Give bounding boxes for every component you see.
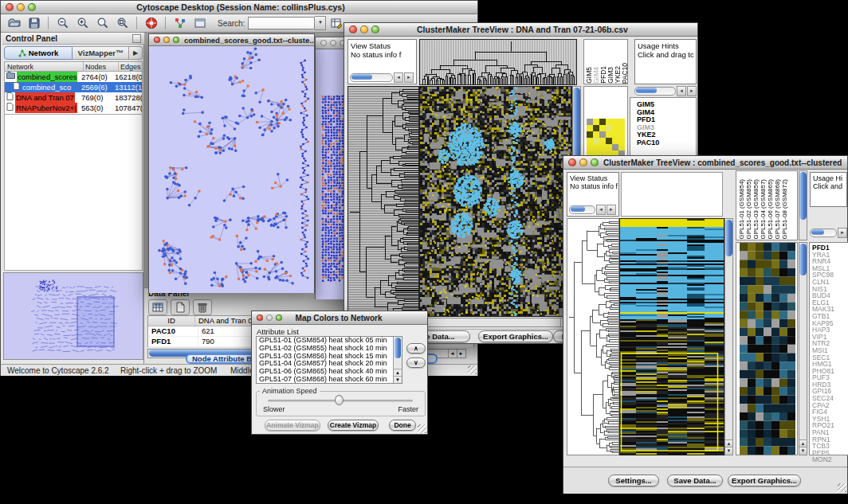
resize-grip[interactable]: [418, 424, 426, 433]
close-button[interactable]: [154, 37, 160, 43]
float-panel-icon[interactable]: [132, 34, 141, 43]
save-icon[interactable]: [26, 17, 41, 30]
network-view-a-canvas[interactable]: [149, 46, 314, 293]
similarity-thumbnail[interactable]: [587, 119, 625, 157]
zoom-button[interactable]: [276, 315, 282, 321]
attr-col-id[interactable]: ID: [148, 316, 195, 326]
minimize-button[interactable]: [17, 3, 25, 11]
minimize-button[interactable]: [579, 158, 587, 166]
column-header-network[interactable]: Network: [5, 62, 84, 71]
zoom-out-icon[interactable]: [55, 17, 70, 30]
column-label[interactable]: GPL51-07 (GSM868): [774, 179, 781, 240]
scroll-right-arrow[interactable]: ►: [457, 350, 465, 357]
resize-grip[interactable]: [468, 365, 477, 374]
trash-button[interactable]: [193, 299, 212, 315]
heatmap-view[interactable]: [619, 218, 724, 455]
column-header-edges[interactable]: Edges: [119, 62, 142, 71]
zoom-button[interactable]: [591, 158, 599, 166]
column-labels-scrollbar[interactable]: [799, 170, 807, 240]
column-label[interactable]: GPL51-04 (GSM857): [760, 179, 767, 240]
window-controls: [344, 25, 384, 33]
minimize-button[interactable]: [266, 315, 273, 321]
zoom-heatmap-vscrollbar[interactable]: ▲▼: [799, 242, 807, 455]
zoom-actual-icon[interactable]: [95, 17, 110, 30]
column-label[interactable]: GPL51-03 (GSM856): [752, 179, 760, 240]
zoom-button[interactable]: [371, 25, 379, 33]
close-button[interactable]: [349, 25, 357, 33]
zoom-heatmap-canvas[interactable]: [740, 243, 795, 455]
column-label[interactable]: GPL51-08 (GSM872): [781, 179, 788, 240]
attribute-edit-icon[interactable]: [328, 17, 344, 30]
column-header-nodes[interactable]: Nodes: [84, 62, 119, 71]
close-button[interactable]: [6, 3, 14, 11]
status-zoom-hint: Right-click + drag to ZOOM: [120, 366, 217, 375]
zoom-in-icon[interactable]: [75, 17, 90, 30]
save-data-button[interactable]: Save Data...: [667, 475, 723, 486]
network-row-combined_scores[interactable]: combined_scores2764(0)16218(0): [5, 72, 142, 82]
help-ring-icon[interactable]: [143, 17, 159, 30]
column-label[interactable]: GPL51-01 (GSM854): [738, 179, 745, 240]
zoom-button[interactable]: [173, 37, 179, 43]
minimize-button[interactable]: [330, 40, 336, 46]
resize-grip[interactable]: [838, 483, 846, 492]
network-a-title-bar[interactable]: combined_scores_good.txt--cluste...: [149, 34, 314, 46]
network-overview-panel[interactable]: [3, 272, 143, 360]
dialog-title-bar[interactable]: Map Colors to Network: [252, 311, 427, 325]
close-button[interactable]: [568, 158, 576, 166]
export-graphics-button[interactable]: Export Graphics...: [728, 475, 801, 486]
attribute-item[interactable]: GPL51-07 (GSM868) heat shock 60 min: [257, 376, 402, 384]
column-label[interactable]: PAC10: [622, 63, 629, 84]
speed-slider-thumb[interactable]: [335, 395, 344, 405]
zoom-button[interactable]: [28, 3, 36, 11]
column-label[interactable]: GPL51-06 (GSM865): [767, 179, 774, 240]
row-dendrogram[interactable]: [567, 218, 619, 455]
move-down-button[interactable]: ∨: [406, 357, 426, 368]
scroll-down-arrow[interactable]: ▼: [394, 376, 402, 383]
export-graphics-button[interactable]: Export Graphics...: [478, 330, 553, 342]
close-button[interactable]: [320, 40, 327, 46]
treeview1-title-bar[interactable]: ClusterMaker TreeView : DNA and Tran 07-…: [344, 23, 697, 37]
column-label[interactable]: GPL51-02 (GSM855): [745, 179, 752, 240]
row-dendrogram[interactable]: [347, 86, 419, 317]
settings-button[interactable]: Settings...: [608, 475, 659, 486]
status-welcome: Welcome to Cytoscape 2.6.2: [7, 366, 109, 375]
tab-vizmapper[interactable]: VizMapper™: [73, 46, 129, 60]
view-status-scrollbar[interactable]: ◄►: [350, 72, 414, 82]
move-up-button[interactable]: ∧: [406, 343, 426, 354]
network-overview-canvas[interactable]: [4, 273, 143, 359]
main-title-bar[interactable]: Cytoscape Desktop (Session Name: collins…: [1, 1, 477, 14]
network-row-combined_sco[interactable]: combined_sco2569(6)13112(15): [5, 82, 142, 92]
create-vizmap-button[interactable]: Create Vizmap: [328, 420, 379, 431]
column-dendrogram[interactable]: [419, 39, 577, 85]
tab-network[interactable]: Network: [4, 46, 73, 60]
network-row-RNAPuberNov2+|[interactable]: RNAPuberNov2+|563(0)107847(0): [5, 103, 142, 113]
treeview2-title-bar[interactable]: ClusterMaker TreeView : combined_scores_…: [563, 156, 847, 170]
zoom-region-icon[interactable]: [115, 17, 130, 30]
gene-label[interactable]: MON2: [812, 456, 848, 463]
heatmap-view[interactable]: [419, 86, 572, 317]
table-button[interactable]: [148, 299, 167, 315]
vizmapper-icon[interactable]: [172, 17, 187, 30]
view-status-info: No status info f: [570, 182, 616, 190]
attribute-list-scrollbar[interactable]: ▲ ▼: [393, 337, 402, 383]
animate-vizmap-button[interactable]: Animate Vizmap: [265, 420, 320, 431]
heatmap-vscrollbar[interactable]: ▲▼: [724, 218, 733, 455]
usage-hints-scrollbar[interactable]: ◄►: [634, 86, 697, 96]
search-dropdown-arrow[interactable]: ▼: [315, 16, 326, 30]
view-status-scrollbar[interactable]: ◄►: [569, 205, 616, 214]
done-button[interactable]: Done: [389, 420, 416, 431]
usage-hints-scrollbar[interactable]: ►: [810, 228, 847, 237]
page-button[interactable]: [171, 299, 190, 315]
gene-label[interactable]: PAC10: [637, 139, 696, 147]
minimize-button[interactable]: [360, 25, 368, 33]
search-input[interactable]: [248, 17, 315, 29]
window-icon[interactable]: [192, 17, 207, 30]
scroll-up-arrow[interactable]: ▲: [394, 369, 402, 376]
treeview1-title: ClusterMaker TreeView : DNA and Tran 07-…: [384, 25, 697, 34]
open-folder-icon[interactable]: [6, 17, 22, 30]
close-button[interactable]: [257, 315, 263, 321]
tab-overflow-arrow[interactable]: ▶: [129, 46, 143, 60]
scroll-left-arrow[interactable]: ◄: [448, 350, 456, 357]
network-row-DNA and Tran 07[interactable]: DNA and Tran 07769(0)183728(0): [5, 92, 142, 103]
minimize-button[interactable]: [163, 37, 170, 43]
